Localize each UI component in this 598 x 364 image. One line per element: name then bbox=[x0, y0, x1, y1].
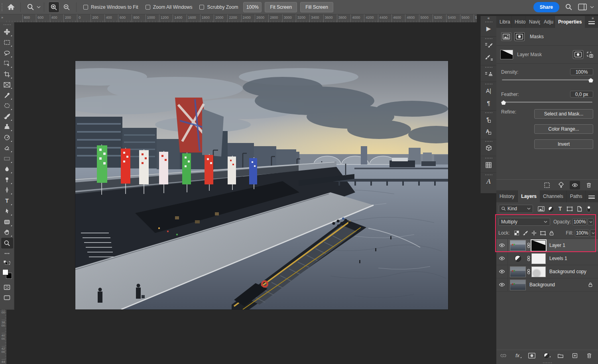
layer-mask-thumbnail[interactable] bbox=[531, 240, 546, 251]
share-button[interactable]: Share bbox=[533, 2, 559, 12]
tab-paths[interactable]: Paths bbox=[567, 190, 586, 202]
adjustment-layer-icon[interactable] bbox=[515, 255, 521, 262]
lock-artboard-icon[interactable] bbox=[539, 231, 547, 236]
panel-menu-icon[interactable] bbox=[588, 21, 595, 24]
filter-adjustment-layers-icon[interactable] bbox=[546, 206, 555, 211]
layer-visibility-icon[interactable] bbox=[496, 239, 508, 252]
mask-link-icon[interactable] bbox=[527, 255, 530, 262]
workspace-icon[interactable] bbox=[578, 4, 587, 10]
mask-link-icon[interactable] bbox=[527, 242, 530, 249]
swap-colors-button[interactable] bbox=[1, 259, 13, 267]
quick-mask-button[interactable] bbox=[1, 282, 13, 293]
brushes-panel-icon[interactable] bbox=[482, 51, 496, 63]
apply-mask-icon[interactable] bbox=[556, 181, 566, 190]
layer-row-levels-1[interactable]: Levels 1 bbox=[496, 252, 598, 265]
new-adjustment-layer-icon[interactable] bbox=[541, 351, 551, 360]
clone-source-panel-icon[interactable] bbox=[482, 68, 496, 80]
foreground-background-swatches[interactable] bbox=[2, 269, 12, 279]
screen-mode-button[interactable] bbox=[1, 293, 13, 303]
kind-filter-dropdown[interactable]: Kind bbox=[499, 205, 533, 213]
home-button[interactable] bbox=[5, 2, 16, 13]
ruler-corner-chevrons[interactable]: » bbox=[0, 14, 6, 22]
move-tool[interactable] bbox=[1, 27, 13, 37]
dodge-tool[interactable] bbox=[1, 174, 13, 185]
zoom-tool[interactable] bbox=[1, 238, 13, 249]
canvas-image[interactable] bbox=[75, 61, 448, 309]
collapse-panels-icon[interactable]: « bbox=[488, 16, 490, 22]
zoom-in-button[interactable] bbox=[48, 2, 59, 13]
layer-mask-thumbnail[interactable] bbox=[531, 266, 546, 277]
filter-toggle-switch[interactable] bbox=[584, 205, 594, 212]
layer-row-layer-1[interactable]: Layer 1 bbox=[496, 239, 598, 252]
path-selection-tool[interactable] bbox=[1, 206, 13, 217]
checkbox-icon[interactable] bbox=[199, 5, 204, 10]
zoom-all-windows-checkbox[interactable]: Zoom All Windows bbox=[146, 4, 193, 10]
layer-name[interactable]: Layer 1 bbox=[549, 243, 565, 248]
layer-thumbnail[interactable] bbox=[510, 280, 526, 290]
tab-channels[interactable]: Channels bbox=[540, 190, 567, 202]
panel-resize-grip[interactable] bbox=[543, 362, 552, 363]
load-selection-icon[interactable] bbox=[542, 181, 552, 190]
foreground-color-swatch[interactable] bbox=[2, 269, 8, 275]
filter-shape-layers-icon[interactable] bbox=[565, 206, 574, 211]
delete-layer-icon[interactable] bbox=[584, 351, 594, 360]
edit-toolbar-button[interactable] bbox=[1, 249, 13, 259]
tab-libraries[interactable]: Libra bbox=[496, 16, 511, 28]
zoom-out-button[interactable] bbox=[61, 2, 72, 13]
glyphs-panel-icon[interactable]: A bbox=[482, 176, 496, 188]
tab-properties[interactable]: Properties bbox=[555, 16, 585, 28]
paragraph-styles-panel-icon[interactable]: ¶ bbox=[482, 114, 496, 125]
layer-styles-icon[interactable]: fx bbox=[512, 351, 523, 360]
layer-mask-thumbnail[interactable] bbox=[500, 50, 513, 59]
toolbar-grip[interactable] bbox=[4, 24, 11, 25]
brush-tool[interactable] bbox=[1, 111, 13, 122]
layer-name[interactable]: Levels 1 bbox=[549, 256, 567, 261]
zoom-tool-chevron-icon[interactable] bbox=[37, 6, 41, 8]
expand-panels-icon[interactable]: » bbox=[592, 16, 594, 20]
layer-visibility-icon[interactable] bbox=[496, 278, 508, 291]
mask-mode-icon[interactable] bbox=[514, 32, 525, 41]
character-styles-panel-icon[interactable]: A bbox=[482, 125, 496, 137]
layer-visibility-icon[interactable] bbox=[496, 265, 508, 278]
healing-brush-tool[interactable] bbox=[1, 101, 13, 112]
zoom-level-button[interactable]: 100% bbox=[243, 2, 262, 12]
eraser-tool[interactable] bbox=[1, 143, 13, 154]
tab-histogram[interactable]: Histo bbox=[511, 16, 526, 28]
layer-mask-thumbnail[interactable] bbox=[531, 253, 546, 264]
select-and-mask-button[interactable]: Select and Mask... bbox=[534, 109, 593, 119]
clone-stamp-tool[interactable] bbox=[1, 122, 13, 133]
filter-type-layers-icon[interactable]: T bbox=[555, 205, 565, 212]
add-vector-mask-icon[interactable] bbox=[586, 51, 594, 58]
layer-visibility-icon[interactable] bbox=[496, 252, 508, 265]
paragraph-panel-icon[interactable]: ¶ bbox=[482, 97, 496, 109]
pen-tool[interactable] bbox=[1, 185, 13, 196]
color-range-button[interactable]: Color Range... bbox=[534, 124, 593, 134]
new-layer-icon[interactable] bbox=[570, 351, 580, 360]
search-icon[interactable] bbox=[565, 3, 572, 11]
type-tool[interactable]: T bbox=[1, 196, 13, 206]
opacity-value[interactable]: 100% bbox=[572, 218, 587, 225]
crop-tool[interactable] bbox=[1, 69, 13, 80]
tab-layers[interactable]: Layers bbox=[518, 190, 540, 202]
resize-windows-checkbox[interactable]: Resize Windows to Fit bbox=[83, 4, 138, 10]
fill-screen-button[interactable]: Fill Screen bbox=[300, 2, 333, 12]
feather-slider-knob[interactable] bbox=[501, 100, 506, 105]
lock-paint-icon[interactable] bbox=[521, 230, 530, 236]
feather-value[interactable]: 0,0 px bbox=[570, 91, 593, 98]
link-layers-icon[interactable] bbox=[498, 351, 508, 360]
lock-transparency-icon[interactable] bbox=[512, 231, 521, 235]
blur-tool[interactable] bbox=[1, 164, 13, 175]
pixel-layer-icon[interactable] bbox=[501, 32, 511, 41]
mask-visibility-icon[interactable] bbox=[570, 181, 580, 190]
hand-tool[interactable] bbox=[1, 227, 13, 238]
layer-locked-icon[interactable] bbox=[588, 282, 593, 288]
density-slider-knob[interactable] bbox=[588, 78, 593, 82]
delete-mask-icon[interactable] bbox=[584, 181, 594, 190]
mask-link-icon[interactable] bbox=[527, 268, 530, 275]
filter-pixel-layers-icon[interactable] bbox=[536, 206, 546, 211]
density-slider[interactable] bbox=[502, 79, 592, 80]
blend-mode-dropdown[interactable]: Multiply bbox=[498, 218, 550, 226]
invert-button[interactable]: Invert bbox=[534, 139, 593, 149]
filter-smart-objects-icon[interactable] bbox=[574, 206, 584, 212]
tab-adjustments[interactable]: Adju bbox=[541, 16, 555, 28]
